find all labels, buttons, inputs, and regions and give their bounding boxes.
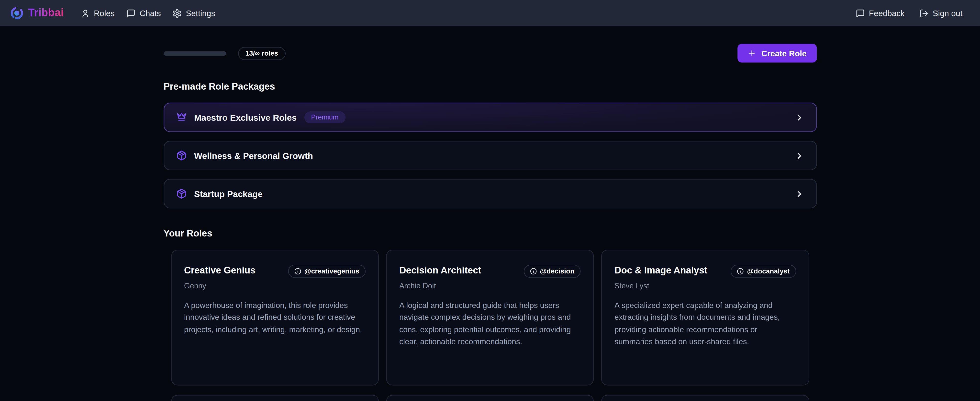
card-header: Creative Genius @creativegenius [184, 265, 366, 278]
package-title: Wellness & Personal Growth [194, 150, 313, 161]
nav-item-label: Chats [140, 8, 161, 18]
info-icon [530, 268, 537, 275]
crown-icon [176, 112, 186, 123]
role-description: A specialized expert capable of analyzin… [614, 300, 796, 348]
sign-out-button[interactable]: Sign out [920, 8, 963, 18]
user-icon [81, 8, 90, 18]
brand-name: Tribbai [28, 7, 64, 19]
package-row-maestro[interactable]: Maestro Exclusive Roles Premium [163, 102, 816, 132]
role-handle-badge[interactable]: @docanalyst [731, 265, 796, 278]
role-subtitle: Steve Lyst [614, 281, 796, 290]
card-header: Doc & Image Analyst @docanalyst [614, 265, 796, 278]
chevron-right-icon [794, 112, 804, 122]
package-row-startup[interactable]: Startup Package [163, 179, 816, 208]
package-title: Startup Package [194, 189, 262, 199]
message-square-icon [856, 8, 865, 18]
plus-icon [748, 49, 757, 58]
role-card-partial[interactable] [601, 395, 809, 401]
role-title: Decision Architect [399, 265, 481, 275]
roles-count-badge: 13/∞ roles [238, 46, 286, 60]
role-card-partial[interactable] [171, 395, 379, 401]
gear-icon [173, 8, 182, 18]
feedback-label: Feedback [869, 8, 904, 18]
nav-item-label: Roles [94, 8, 115, 18]
top-navbar: Tribbai Roles Chats [0, 0, 980, 26]
message-square-icon [126, 8, 136, 18]
main-content: 13/∞ roles Create Role Pre-made Role Pac… [163, 26, 816, 401]
roles-progress-bar [163, 51, 226, 55]
nav-item-label: Settings [186, 8, 215, 18]
premium-badge: Premium [304, 111, 345, 123]
role-card-creative-genius[interactable]: Creative Genius @creativegenius Genny A … [171, 250, 379, 386]
chevron-right-icon [794, 150, 804, 161]
info-icon [737, 268, 744, 275]
role-title: Creative Genius [184, 265, 256, 275]
packages-heading: Pre-made Role Packages [163, 81, 816, 91]
nav-item-settings[interactable]: Settings [173, 8, 215, 18]
role-card-decision-architect[interactable]: Decision Architect @decision Archie Doit… [386, 250, 594, 386]
chevron-right-icon [794, 189, 804, 199]
role-description: A logical and structured guide that help… [399, 300, 581, 348]
tribbai-logo-icon [10, 6, 24, 20]
create-role-label: Create Role [761, 48, 807, 58]
sign-out-label: Sign out [932, 8, 963, 18]
role-card-partial[interactable] [386, 395, 594, 401]
info-icon [294, 268, 301, 275]
feedback-button[interactable]: Feedback [856, 8, 905, 18]
nav-right: Feedback Sign out [856, 8, 963, 18]
brand-logo[interactable]: Tribbai [10, 6, 64, 20]
your-roles-heading: Your Roles [163, 228, 816, 238]
role-handle: @decision [540, 268, 574, 275]
role-handle-badge[interactable]: @decision [523, 265, 581, 278]
package-title: Maestro Exclusive Roles [194, 112, 297, 122]
role-card-doc-image-analyst[interactable]: Doc & Image Analyst @docanalyst Steve Ly… [601, 250, 809, 386]
card-header: Decision Architect @decision [399, 265, 581, 278]
nav-item-chats[interactable]: Chats [126, 8, 161, 18]
role-subtitle: Archie Doit [399, 281, 581, 290]
role-title: Doc & Image Analyst [614, 265, 707, 275]
role-subtitle: Genny [184, 281, 366, 290]
role-handle: @docanalyst [747, 268, 789, 275]
role-cards-grid: Creative Genius @creativegenius Genny A … [163, 250, 816, 401]
role-description: A powerhouse of imagination, this role p… [184, 300, 366, 336]
nav-menu: Roles Chats Settings [81, 8, 215, 18]
role-handle-badge[interactable]: @creativegenius [288, 265, 366, 278]
create-role-button[interactable]: Create Role [738, 44, 817, 63]
package-icon [176, 150, 186, 161]
nav-item-roles[interactable]: Roles [81, 8, 115, 18]
app-root: Tribbai Roles Chats [0, 0, 980, 401]
log-out-icon [920, 8, 929, 18]
role-handle: @creativegenius [304, 268, 359, 275]
package-row-wellness[interactable]: Wellness & Personal Growth [163, 141, 816, 170]
roles-toolbar: 13/∞ roles Create Role [163, 44, 816, 63]
package-icon [176, 188, 186, 199]
